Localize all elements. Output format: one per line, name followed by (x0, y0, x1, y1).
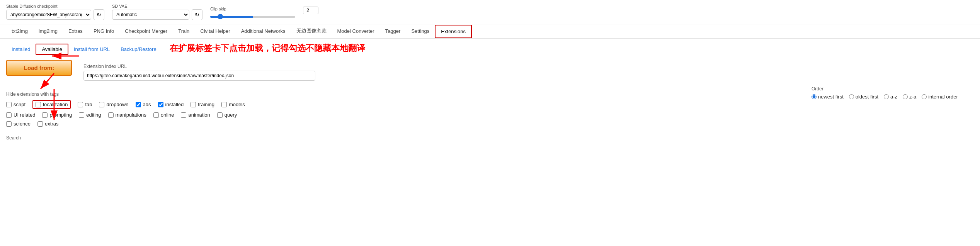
checkbox-script-input[interactable] (6, 102, 12, 107)
radio-z-a[interactable]: z-a (903, 94, 916, 100)
checkbox-animation[interactable]: animation (181, 112, 210, 118)
vae-select[interactable]: Automatic (112, 10, 189, 20)
extension-index-url-label: Extension index URL (83, 64, 315, 69)
checkbox-script[interactable]: script (6, 102, 26, 107)
checkbox-manipulations-input[interactable] (108, 112, 114, 118)
checkbox-query-input[interactable] (217, 112, 223, 118)
checkbox-ui-related-input[interactable] (6, 112, 12, 118)
checkpoint-select[interactable]: abyssorangemix2SFW_abyssorangemix2Sfw.sa… (6, 10, 91, 20)
checkbox-models-input[interactable] (221, 102, 227, 107)
checkbox-science-input[interactable] (6, 121, 12, 127)
checkbox-editing-input[interactable] (79, 112, 84, 118)
order-label: Order (812, 86, 974, 92)
radio-newest-first[interactable]: newest first (812, 94, 844, 100)
search-section: Search (6, 135, 974, 141)
checkbox-installed[interactable]: installed (158, 102, 184, 107)
vae-refresh-button[interactable]: ↻ (192, 9, 202, 20)
checkpoint-section: Stable Diffusion checkpoint abyssorangem… (6, 4, 104, 20)
checkbox-tab[interactable]: tab (78, 102, 92, 107)
checkbox-animation-input[interactable] (181, 112, 186, 118)
tab-additional-networks[interactable]: Additional Networks (236, 25, 291, 38)
checkbox-training-input[interactable] (191, 102, 196, 107)
top-bar: Stable Diffusion checkpoint abyssorangem… (0, 0, 980, 24)
checkbox-dropdown-input[interactable] (99, 102, 104, 107)
tab-civitai-helper[interactable]: Civitai Helper (195, 25, 235, 38)
radio-internal-order[interactable]: internal order (922, 94, 958, 100)
checkbox-localization[interactable]: localization (32, 100, 71, 109)
radio-a-z-input[interactable] (884, 94, 889, 99)
clip-skip-header: Clip skip (210, 7, 318, 14)
checkbox-row-1: script localization tab dropdown ads (6, 100, 974, 109)
tab-model-converter[interactable]: Model Converter (332, 25, 380, 38)
checkbox-ads-input[interactable] (136, 102, 141, 107)
vae-select-row: Automatic ↻ (112, 9, 202, 20)
checkpoint-label: Stable Diffusion checkpoint (6, 4, 104, 8)
subtab-install-url[interactable]: Install from URL (68, 44, 115, 54)
tab-extras[interactable]: Extras (63, 25, 88, 38)
checkbox-localization-input[interactable] (36, 102, 41, 107)
checkbox-installed-input[interactable] (158, 102, 163, 107)
checkbox-training[interactable]: training (191, 102, 214, 107)
tab-extensions[interactable]: Extensions (435, 25, 472, 38)
filters-row: Hide extensions with tags script localiz… (6, 86, 974, 130)
sub-tabs: Installed Available Install from URL Bac… (6, 43, 974, 55)
checkbox-manipulations[interactable]: manipulations (108, 112, 146, 118)
radio-newest-first-input[interactable] (812, 94, 817, 99)
load-from-section: Load from: (6, 60, 72, 80)
tab-img2img[interactable]: img2img (33, 25, 63, 38)
clip-skip-input[interactable] (303, 7, 318, 14)
tab-png-info[interactable]: PNG Info (88, 25, 119, 38)
clip-skip-slider[interactable] (210, 16, 295, 18)
annotation-text: 在扩展标签卡下点击加载，记得勾选不隐藏本地翻译 (170, 42, 365, 54)
radio-row: newest first oldest first a-z z-a intern… (812, 94, 974, 100)
tab-txt2img[interactable]: txt2img (6, 25, 33, 38)
nav-tabs: txt2img img2img Extras PNG Info Checkpoi… (0, 24, 980, 39)
checkbox-dropdown[interactable]: dropdown (99, 102, 128, 107)
checkbox-row-3: science extras (6, 121, 974, 127)
tab-settings[interactable]: Settings (406, 25, 435, 38)
checkbox-online-input[interactable] (153, 112, 159, 118)
search-label: Search (6, 135, 974, 141)
checkbox-models[interactable]: models (221, 102, 245, 107)
checkpoint-refresh-button[interactable]: ↻ (94, 9, 104, 20)
checkbox-row-2: UI related prompting editing manipulatio… (6, 112, 974, 118)
radio-a-z[interactable]: a-z (884, 94, 897, 100)
clip-skip-section: Clip skip (210, 7, 318, 18)
checkbox-science[interactable]: science (6, 121, 31, 127)
subtab-installed[interactable]: Installed (6, 44, 36, 54)
vae-section: SD VAE Automatic ↻ (112, 4, 202, 20)
url-section: Extension index URL (83, 64, 315, 81)
checkbox-extras-input[interactable] (37, 121, 43, 127)
checkbox-prompting-input[interactable] (42, 112, 48, 118)
tab-checkpoint-merger[interactable]: Checkpoint Merger (119, 25, 173, 38)
tab-tagger[interactable]: Tagger (380, 25, 406, 38)
order-section: Order newest first oldest first a-z z-a (812, 86, 974, 100)
checkbox-tab-input[interactable] (78, 102, 83, 107)
extension-index-url-input[interactable] (83, 71, 315, 81)
subtab-available[interactable]: Available (36, 44, 68, 55)
radio-oldest-first-input[interactable] (849, 94, 854, 99)
checkbox-editing[interactable]: editing (79, 112, 101, 118)
tab-train[interactable]: Train (173, 25, 195, 38)
vae-label: SD VAE (112, 4, 202, 8)
radio-internal-order-input[interactable] (922, 94, 927, 99)
checkbox-query[interactable]: query (217, 112, 237, 118)
main-content: Installed Available Install from URL Bac… (0, 39, 980, 145)
checkbox-ads[interactable]: ads (136, 102, 151, 107)
checkbox-extras[interactable]: extras (37, 121, 58, 127)
subtab-backup-restore[interactable]: Backup/Restore (115, 44, 162, 54)
load-url-row: Load from: Extension index URL (6, 60, 974, 81)
clip-skip-label: Clip skip (210, 7, 226, 14)
radio-z-a-input[interactable] (903, 94, 908, 99)
checkbox-online[interactable]: online (153, 112, 174, 118)
load-from-button[interactable]: Load from: (6, 60, 72, 76)
checkpoint-select-row: abyssorangemix2SFW_abyssorangemix2Sfw.sa… (6, 9, 104, 20)
checkbox-ui-related[interactable]: UI related (6, 112, 35, 118)
checkbox-prompting[interactable]: prompting (42, 112, 72, 118)
radio-oldest-first[interactable]: oldest first (849, 94, 878, 100)
tab-image-browser[interactable]: 无边图像浏览 (291, 24, 332, 38)
